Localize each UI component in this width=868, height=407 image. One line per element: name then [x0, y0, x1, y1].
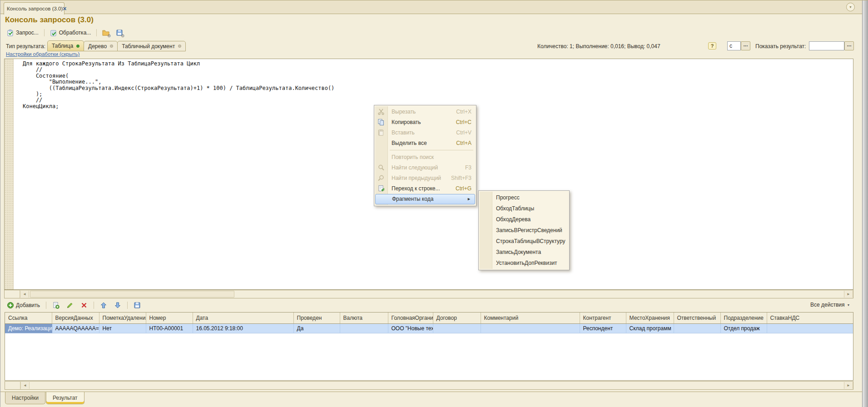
code-line: "Выполнение...", — [23, 79, 334, 85]
show-result-input[interactable] — [809, 41, 844, 50]
app-window: Консоль запросов (3.0) × ▼ Консоль запро… — [0, 0, 868, 407]
grid-toolbar: Добавить — [5, 299, 143, 311]
table-cell[interactable]: ООО "Новые технол... — [388, 323, 433, 333]
add-row-button[interactable]: Добавить — [5, 301, 42, 310]
column-header[interactable]: Ответственный — [674, 313, 720, 323]
menu-item-label: СтрокаТаблицыВСтруктуру — [496, 238, 565, 244]
tab-result[interactable]: Результат — [46, 392, 84, 404]
scrollbar-corner — [5, 290, 20, 298]
submenu-item-tree-traverse[interactable]: ОбходДерева — [479, 214, 569, 225]
query-button[interactable]: Запрос... — [5, 28, 40, 37]
seconds-field[interactable]: с — [727, 41, 741, 50]
submenu-arrow-icon: ► — [467, 194, 471, 204]
tab-query-console[interactable]: Консоль запросов (3.0) × — [4, 2, 64, 15]
result-grid[interactable]: Ссылка ВерсияДанных ПометкаУдаления Номе… — [5, 312, 853, 381]
column-header[interactable]: Валюта — [340, 313, 388, 323]
menu-shortcut: Ctrl+C — [456, 117, 471, 128]
save-grid-button[interactable] — [132, 301, 143, 310]
column-header[interactable]: Подразделение — [720, 313, 767, 323]
submenu-item-write-document[interactable]: ЗаписьДокумента — [479, 247, 569, 258]
column-header[interactable]: ВерсияДанных — [52, 313, 99, 323]
column-header[interactable]: Ссылка — [5, 313, 52, 323]
scrollbar-corner — [5, 382, 20, 389]
seconds-ellipsis-button[interactable]: ... — [741, 41, 750, 50]
code-line: Состояние( — [23, 73, 334, 79]
menu-item-goto-line[interactable]: Переход к строке... Ctrl+G — [374, 184, 476, 194]
menu-item-find-previous: Найти предыдущий Shift+F3 — [374, 173, 476, 184]
result-type-tab-tree[interactable]: Дерево — [84, 41, 118, 51]
table-cell[interactable]: Склад программ — [626, 323, 674, 333]
code-text: Для каждого СтрокаРезультата Из ТаблицаР… — [23, 61, 334, 109]
column-header[interactable]: Номер — [146, 313, 193, 323]
scroll-left-icon[interactable]: ◄ — [20, 382, 30, 389]
submenu-item-table-traverse[interactable]: ОбходТаблицы — [479, 203, 569, 214]
menu-item-select-all[interactable]: Выделить все Ctrl+A — [374, 138, 476, 149]
menu-item-code-fragments[interactable]: Фрагменты кода ► — [375, 194, 475, 204]
column-header[interactable]: Проведен — [293, 313, 340, 323]
table-cell[interactable] — [674, 323, 720, 333]
table-cell[interactable] — [433, 323, 481, 333]
close-icon[interactable]: × — [63, 5, 66, 12]
scroll-left-icon[interactable]: ◄ — [20, 291, 29, 298]
scrollbar-thumb[interactable] — [30, 291, 234, 298]
all-actions-button[interactable]: Все действия ▼ — [810, 302, 850, 308]
help-button[interactable]: ? — [708, 42, 716, 50]
column-header[interactable]: Комментарий — [481, 313, 580, 323]
code-line: // — [23, 67, 334, 73]
tab-settings[interactable]: Настройки — [5, 392, 45, 404]
menu-shortcut: Ctrl+V — [456, 128, 471, 138]
table-cell[interactable]: Да — [293, 323, 340, 333]
submenu-item-row-to-structure[interactable]: СтрокаТаблицыВСтруктуру — [479, 236, 569, 247]
copy-icon — [377, 119, 385, 126]
result-type-tab-spreadsheet[interactable]: Табличный документ — [117, 41, 186, 51]
column-header[interactable]: СтавкаНДС — [767, 313, 853, 323]
submenu-item-progress[interactable]: Прогресс — [479, 192, 569, 203]
table-cell[interactable]: 16.05.2012 9:18:00 — [193, 323, 293, 333]
delete-row-button[interactable] — [79, 301, 89, 310]
table-cell[interactable] — [767, 323, 853, 333]
column-header[interactable]: ГоловнаяОрганизация — [388, 313, 433, 323]
table-cell[interactable]: НТ00-А00001 — [146, 323, 193, 333]
processing-button[interactable]: Обработка... — [48, 28, 93, 37]
show-result-ellipsis-button[interactable]: ... — [844, 41, 854, 50]
save-query-button[interactable]: ⚙ — [114, 28, 125, 37]
submenu-item-set-addl-attribute[interactable]: УстановитьДопРеквизит — [479, 258, 569, 268]
column-header[interactable]: Дата — [193, 313, 293, 323]
table-cell[interactable]: AAAAAQAAAAA= — [52, 323, 99, 333]
menu-item-copy[interactable]: Копировать Ctrl+C — [374, 117, 476, 128]
toolbar-separator — [127, 302, 128, 309]
table-row[interactable]: Демо: Реализация т... AAAAAQAAAAA= Нет Н… — [5, 323, 853, 333]
scroll-right-icon[interactable]: ► — [844, 291, 853, 298]
copy-row-button[interactable] — [50, 301, 61, 310]
unselected-indicator-icon — [178, 45, 181, 48]
column-header[interactable]: ПометкаУдаления — [99, 313, 146, 323]
scissors-icon — [377, 108, 385, 115]
load-query-button[interactable]: ⚙ — [100, 28, 111, 37]
tab-list-button[interactable]: ▼ — [846, 3, 855, 11]
settings-toggle-link[interactable]: Настройки обработки (скрыть) — [6, 51, 79, 57]
copy-row-icon — [52, 302, 60, 309]
code-gutter — [5, 59, 14, 289]
column-header[interactable]: Договор — [433, 313, 481, 323]
column-header[interactable]: Контрагент — [580, 313, 626, 323]
edit-row-button[interactable] — [64, 301, 75, 310]
result-type-tab-table[interactable]: Таблица — [47, 40, 84, 51]
table-cell[interactable]: Нет — [99, 323, 146, 333]
table-cell[interactable]: Отдел продаж — [720, 323, 767, 333]
column-header[interactable]: МестоХранения — [626, 313, 674, 323]
table-cell[interactable] — [481, 323, 580, 333]
bottom-divider — [0, 392, 863, 392]
scroll-right-icon[interactable]: ► — [844, 382, 853, 389]
main-toolbar: Запрос... Обработка... ⚙ ⚙ — [5, 28, 125, 38]
menu-shortcut: Ctrl+G — [456, 184, 471, 194]
menu-shortcut: Ctrl+X — [456, 107, 471, 117]
move-down-button[interactable] — [112, 301, 123, 310]
table-cell[interactable] — [340, 323, 388, 333]
submenu-item-write-inforeg[interactable]: ЗаписьВРегистрСведений — [479, 225, 569, 236]
move-up-button[interactable] — [98, 301, 109, 310]
result-type-tab-label: Таблица — [52, 43, 73, 49]
gear-icon: ⚙ — [107, 34, 111, 38]
toolbar-separator — [96, 29, 97, 36]
table-cell[interactable]: Демо: Реализация т... — [5, 323, 52, 333]
table-cell[interactable]: Респондент — [580, 323, 626, 333]
